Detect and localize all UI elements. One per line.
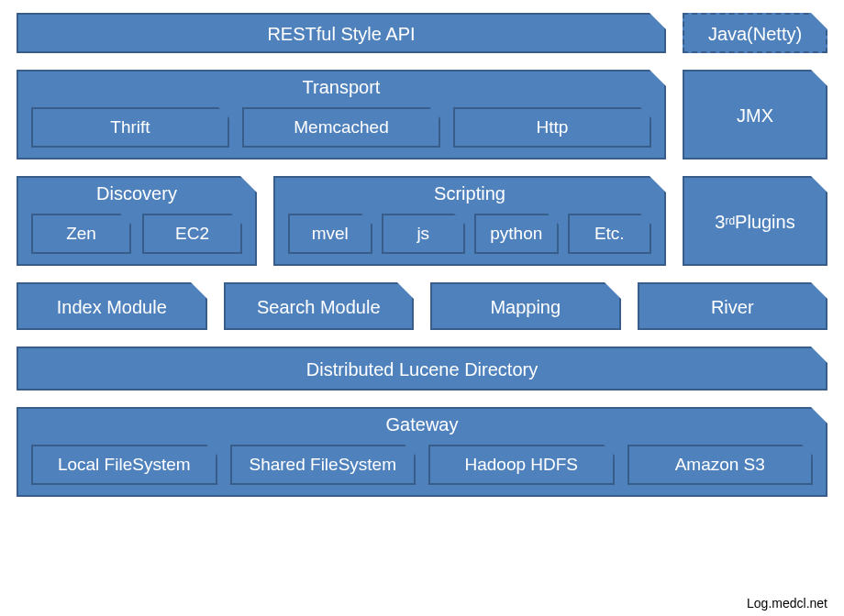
box-search-module: Search Module [224,282,415,330]
box-python: python [474,214,559,254]
box-local-fs: Local FileSystem [31,445,217,485]
box-mapping: Mapping [430,282,621,330]
box-shared-fs: Shared FileSystem [230,445,416,485]
architecture-diagram: RESTful Style API Java(Netty) Transport … [17,13,827,497]
box-thrift: Thrift [31,107,229,148]
box-memcached: Memcached [242,107,440,148]
transport-children: Thrift Memcached Http [18,102,664,159]
label-jmx: JMX [737,72,773,158]
label-http: Http [537,117,569,138]
row-gateway: Gateway Local FileSystem Shared FileSyst… [17,407,827,497]
box-3rd-plugins: 3rd Plugins [683,176,827,266]
label-amazon-s3: Amazon S3 [675,455,765,475]
label-shared-fs: Shared FileSystem [249,455,396,475]
box-ec2: EC2 [142,214,242,254]
box-java-netty: Java(Netty) [683,13,827,53]
box-index-module: Index Module [17,282,207,330]
label-java-netty: Java(Netty) [708,15,802,51]
label-index-module: Index Module [57,284,167,328]
label-ec2: EC2 [175,224,209,244]
label-transport: Transport [303,72,381,102]
row-transport: Transport Thrift Memcached Http JMX [17,70,827,160]
box-transport: Transport Thrift Memcached Http [17,70,666,160]
label-discovery: Discovery [96,178,177,208]
footer-attribution: Log.medcl.net [747,596,827,610]
box-river: River [638,282,828,330]
box-zen: Zen [31,214,131,254]
gateway-children: Local FileSystem Shared FileSystem Hadoo… [18,439,826,496]
row-discovery-scripting: Discovery Zen EC2 Scripting mvel js pyth… [17,176,827,266]
label-local-fs: Local FileSystem [58,455,191,475]
row-modules: Index Module Search Module Mapping River [17,282,827,330]
label-3rd-plugins: 3rd Plugins [715,178,794,264]
box-discovery: Discovery Zen EC2 [17,176,257,266]
discovery-children: Zen EC2 [18,208,255,265]
box-gateway: Gateway Local FileSystem Shared FileSyst… [17,407,827,497]
label-restful-api: RESTful Style API [267,15,415,51]
box-jmx: JMX [683,70,827,160]
box-scripting: Scripting mvel js python Etc. [273,176,666,266]
label-gateway: Gateway [386,409,459,439]
label-dld: Distributed Lucene Directory [306,348,538,389]
box-restful-api: RESTful Style API [17,13,666,53]
label-mvel: mvel [312,224,349,244]
scripting-children: mvel js python Etc. [275,208,664,265]
label-js: js [416,224,429,244]
box-etc: Etc. [568,214,652,254]
label-river: River [711,284,754,328]
label-hadoop-hdfs: Hadoop HDFS [464,455,578,475]
label-mapping: Mapping [490,284,561,328]
label-search-module: Search Module [257,284,381,328]
label-scripting: Scripting [434,178,505,208]
box-distributed-lucene-directory: Distributed Lucene Directory [17,346,827,390]
row-dld: Distributed Lucene Directory [17,346,827,390]
box-amazon-s3: Amazon S3 [627,445,814,485]
label-zen: Zen [66,224,96,244]
box-http: Http [453,107,651,148]
label-memcached: Memcached [294,117,389,138]
label-etc: Etc. [594,224,625,244]
box-mvel: mvel [288,214,372,254]
label-python: python [490,224,542,244]
label-thrift: Thrift [110,117,150,138]
box-js: js [382,214,466,254]
row-api: RESTful Style API Java(Netty) [17,13,827,53]
box-hadoop-hdfs: Hadoop HDFS [428,445,615,485]
